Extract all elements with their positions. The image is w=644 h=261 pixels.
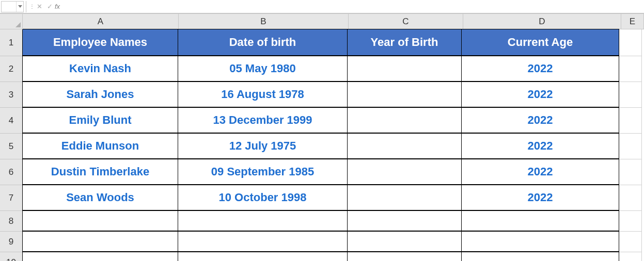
cell-A6[interactable]: Dustin Timberlake bbox=[22, 159, 178, 185]
separator bbox=[26, 1, 26, 12]
cell-A4[interactable]: Emily Blunt bbox=[22, 107, 178, 133]
cell-B7[interactable]: 10 October 1998 bbox=[178, 185, 348, 210]
cell-E4[interactable] bbox=[619, 108, 642, 134]
select-all-corner[interactable] bbox=[0, 14, 23, 29]
row-header-4[interactable]: 4 bbox=[0, 108, 23, 134]
cell-C1[interactable]: Year of Birth bbox=[347, 29, 462, 56]
row-header-3[interactable]: 3 bbox=[0, 82, 23, 108]
cell-E5[interactable] bbox=[619, 134, 642, 159]
cell-A9[interactable] bbox=[22, 231, 178, 252]
cell-B6[interactable]: 09 September 1985 bbox=[178, 159, 348, 185]
cell-C8[interactable] bbox=[347, 210, 462, 231]
cell-D8[interactable] bbox=[461, 210, 619, 231]
cell-D5[interactable]: 2022 bbox=[461, 133, 619, 159]
cell-B5[interactable]: 12 July 1975 bbox=[178, 133, 348, 159]
fx-icon[interactable]: fx bbox=[55, 3, 67, 10]
col-header-B[interactable]: B bbox=[179, 14, 349, 29]
row-header-10[interactable]: 10 bbox=[0, 252, 23, 261]
formula-input[interactable] bbox=[67, 1, 644, 12]
cell-D2[interactable]: 2022 bbox=[461, 56, 619, 81]
cell-E7[interactable] bbox=[619, 185, 642, 211]
col-header-D[interactable]: D bbox=[463, 14, 621, 29]
name-box-dropdown-icon[interactable] bbox=[16, 2, 23, 12]
cell-E3[interactable] bbox=[619, 82, 642, 108]
cell-C2[interactable] bbox=[347, 56, 462, 81]
cell-D9[interactable] bbox=[461, 231, 619, 252]
col-header-A[interactable]: A bbox=[23, 14, 179, 29]
cell-E10[interactable] bbox=[619, 252, 642, 261]
cell-D6[interactable]: 2022 bbox=[461, 159, 619, 185]
col-header-E[interactable]: E bbox=[621, 14, 644, 29]
cell-B8[interactable] bbox=[178, 210, 348, 231]
cell-B3[interactable]: 16 August 1978 bbox=[178, 81, 348, 107]
name-box[interactable] bbox=[1, 1, 24, 12]
cell-E6[interactable] bbox=[619, 159, 642, 185]
cell-A3[interactable]: Sarah Jones bbox=[22, 81, 178, 107]
cell-B4[interactable]: 13 December 1999 bbox=[178, 107, 348, 133]
spreadsheet-grid: A B C D E 1 Employee Names Date of birth… bbox=[0, 13, 644, 261]
column-headers: A B C D E bbox=[23, 14, 644, 29]
cell-D1[interactable]: Current Age bbox=[461, 29, 619, 56]
cell-A7[interactable]: Sean Woods bbox=[22, 185, 178, 210]
row-header-6[interactable]: 6 bbox=[0, 159, 23, 185]
cell-C6[interactable] bbox=[347, 159, 462, 185]
cell-C9[interactable] bbox=[347, 231, 462, 252]
cell-A1[interactable]: Employee Names bbox=[22, 29, 178, 56]
cell-B2[interactable]: 05 May 1980 bbox=[178, 56, 348, 81]
cancel-icon[interactable]: ✕ bbox=[34, 3, 44, 10]
cell-B1[interactable]: Date of birth bbox=[178, 29, 348, 56]
cell-A5[interactable]: Eddie Munson bbox=[22, 133, 178, 159]
row-header-8[interactable]: 8 bbox=[0, 211, 23, 232]
cell-C4[interactable] bbox=[347, 107, 462, 133]
cell-C5[interactable] bbox=[347, 133, 462, 159]
cell-D10[interactable] bbox=[461, 252, 619, 261]
cell-E8[interactable] bbox=[619, 211, 642, 232]
cell-D4[interactable]: 2022 bbox=[461, 107, 619, 133]
cell-C3[interactable] bbox=[347, 81, 462, 107]
cell-C7[interactable] bbox=[347, 185, 462, 210]
cell-E1[interactable] bbox=[619, 29, 642, 56]
cell-E9[interactable] bbox=[619, 232, 642, 252]
cell-B10[interactable] bbox=[178, 252, 348, 261]
cell-E2[interactable] bbox=[619, 56, 642, 82]
cell-B9[interactable] bbox=[178, 231, 348, 252]
cell-D7[interactable]: 2022 bbox=[461, 185, 619, 210]
row-header-9[interactable]: 9 bbox=[0, 232, 23, 252]
cell-D3[interactable]: 2022 bbox=[461, 81, 619, 107]
enter-icon[interactable]: ✓ bbox=[44, 3, 55, 10]
row-header-7[interactable]: 7 bbox=[0, 185, 23, 211]
cell-C10[interactable] bbox=[347, 252, 462, 261]
cell-A10[interactable] bbox=[22, 252, 178, 261]
drag-handle-icon: ⋮ bbox=[29, 4, 34, 9]
col-header-C[interactable]: C bbox=[349, 14, 463, 29]
row-header-2[interactable]: 2 bbox=[0, 56, 23, 82]
cell-A8[interactable] bbox=[22, 210, 178, 231]
svg-marker-0 bbox=[18, 5, 22, 8]
row-header-5[interactable]: 5 bbox=[0, 134, 23, 159]
row-header-1[interactable]: 1 bbox=[0, 29, 23, 56]
formula-bar: ⋮ ✕ ✓ fx bbox=[0, 0, 644, 13]
cell-A2[interactable]: Kevin Nash bbox=[22, 56, 178, 81]
